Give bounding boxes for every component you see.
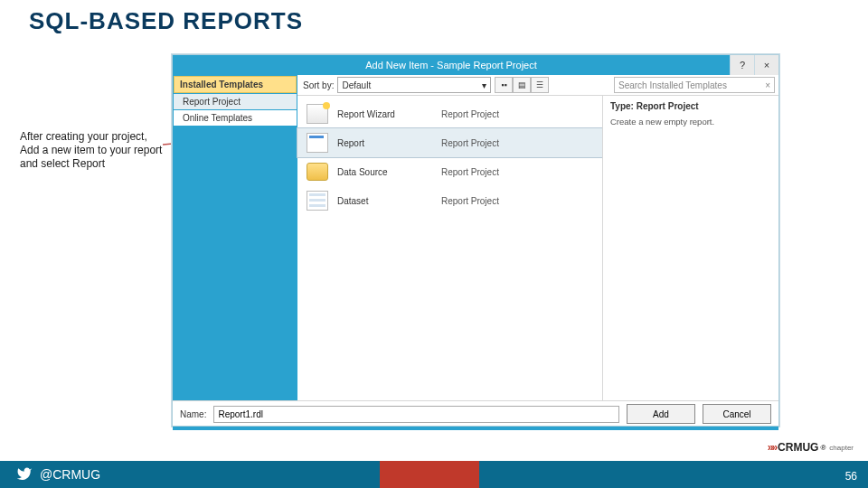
item-report-wizard[interactable]: Report Wizard Report Project (297, 99, 602, 128)
details-panel: Type: Report Project Create a new empty … (602, 96, 778, 400)
chevron-down-icon: ▾ (482, 80, 486, 90)
twitter-handle: @CRMUG (16, 466, 100, 483)
details-type: Type: Report Project (610, 101, 771, 111)
item-label: Data Source (337, 167, 441, 177)
item-dataset[interactable]: Dataset Report Project (297, 186, 602, 215)
sidebar-heading-installed: Installed Templates (174, 76, 297, 93)
cancel-button[interactable]: Cancel (703, 404, 771, 424)
dialog-footer: Name: Report1.rdl Add Cancel (173, 400, 778, 427)
add-button[interactable]: Add (627, 404, 695, 424)
close-button[interactable]: × (754, 55, 778, 75)
data-source-icon (305, 161, 330, 183)
instruction-callout: After creating your project, Add a new i… (20, 130, 165, 171)
page-number: 56 (845, 470, 857, 483)
crmug-logo: »» CRMUG® chapter (768, 441, 854, 454)
dialog-border (173, 427, 778, 430)
logo-chevrons-icon: »» (768, 441, 776, 454)
search-clear-icon[interactable]: × (765, 80, 770, 90)
details-description: Create a new empty report. (610, 117, 771, 127)
view-medium-icon[interactable]: ▤ (513, 77, 531, 93)
name-input[interactable]: Report1.rdl (213, 406, 619, 423)
item-category: Report Project (441, 138, 595, 148)
twitter-icon (16, 466, 33, 483)
report-wizard-icon (305, 103, 330, 125)
dialog-titlebar: Add New Item - Sample Report Project ? × (173, 55, 778, 75)
help-button[interactable]: ? (730, 55, 754, 75)
sidebar-item-report-project[interactable]: Report Project (174, 94, 297, 109)
item-category: Report Project (441, 196, 595, 206)
sort-dropdown[interactable]: Default ▾ (337, 77, 491, 93)
report-icon (305, 132, 330, 154)
item-label: Dataset (337, 196, 441, 206)
name-label: Name: (180, 409, 206, 419)
template-sidebar: Installed Templates Report Project Onlin… (173, 75, 297, 400)
view-small-icon[interactable]: ▪▪ (495, 77, 513, 93)
sort-label: Sort by: (303, 80, 334, 90)
sort-value: Default (342, 80, 371, 90)
item-label: Report Wizard (337, 109, 441, 119)
dialog-title: Add New Item - Sample Report Project (173, 60, 730, 70)
item-report[interactable]: Report Report Project (297, 128, 602, 157)
item-category: Report Project (441, 109, 595, 119)
search-placeholder: Search Installed Templates (618, 80, 727, 90)
footer-accent (380, 461, 479, 488)
search-input[interactable]: Search Installed Templates × (614, 77, 775, 93)
sidebar-item-online-templates[interactable]: Online Templates (174, 110, 297, 126)
item-data-source[interactable]: Data Source Report Project (297, 157, 602, 186)
logo-subtitle: chapter (829, 444, 854, 452)
page-title: SQL-BASED REPORTS (29, 7, 303, 35)
item-list: Report Wizard Report Project Report Repo… (297, 96, 602, 400)
item-category: Report Project (441, 167, 595, 177)
item-label: Report (337, 138, 441, 148)
logo-name: CRMUG (778, 441, 818, 454)
toolbar: Sort by: Default ▾ ▪▪ ▤ ☰ Search Install… (297, 75, 778, 96)
dataset-icon (305, 190, 330, 211)
view-large-icon[interactable]: ☰ (531, 77, 549, 93)
add-new-item-dialog: Add New Item - Sample Report Project ? ×… (172, 54, 779, 427)
